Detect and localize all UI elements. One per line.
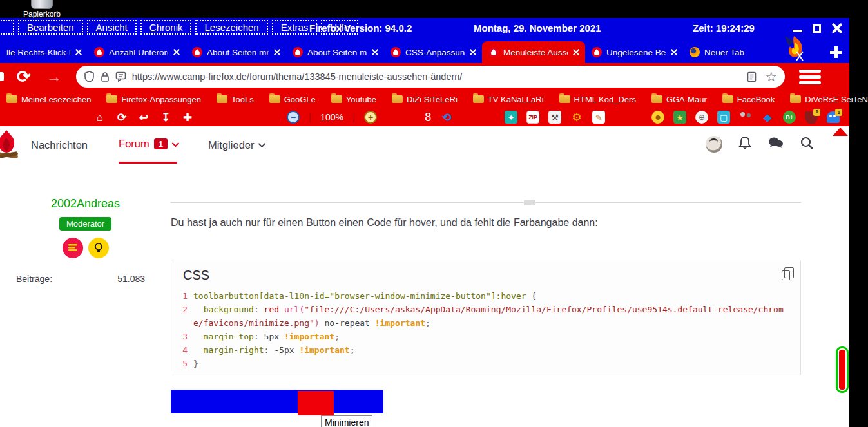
folder-icon — [331, 95, 342, 103]
post-body: Du hast ja auch nur für einen Button ein… — [171, 164, 801, 284]
add-icon[interactable]: ✚ — [181, 110, 194, 124]
divider-handle — [524, 200, 535, 205]
zoom-out-icon[interactable]: − — [287, 111, 300, 124]
forum-nav-mitglieder[interactable]: Mitglieder — [208, 126, 264, 164]
forward-icon[interactable]: → — [46, 69, 62, 84]
gear-icon[interactable]: ⚙ — [570, 110, 583, 124]
lock-icon[interactable] — [101, 71, 110, 82]
tab[interactable]: CSS-Anpassung od — [384, 41, 482, 63]
bookmark-folder[interactable]: GooGLe — [269, 95, 316, 104]
app-menu-icon[interactable] — [799, 70, 821, 84]
shield-icon[interactable] — [84, 71, 95, 82]
bookmark-label: TooLs — [231, 95, 254, 104]
red-minimize-button-demo — [298, 391, 334, 415]
copy-code-icon[interactable] — [782, 270, 790, 280]
date-label: Montag, 29. November 2021 — [474, 23, 601, 33]
back-curve-icon[interactable]: ↩ — [137, 110, 150, 124]
tab-close-icon[interactable] — [572, 48, 580, 56]
url-bar[interactable]: https://www.camp-firefox.de/forum/thema/… — [76, 66, 785, 88]
bookmark-folder[interactable]: DiVeRsE SeiTeN — [790, 95, 868, 104]
new-tab-button[interactable] — [830, 46, 842, 58]
post-author[interactable]: 2002Andreas — [0, 197, 171, 211]
reader-mode-icon[interactable] — [747, 71, 757, 82]
recycle-bin[interactable]: Papierkorb — [19, 0, 64, 19]
globe-icon[interactable]: ⊕ — [695, 111, 708, 124]
reload-icon[interactable]: ⟳ — [115, 110, 128, 124]
menu-lesezeichen[interactable]: Lesezeichen — [195, 20, 267, 35]
emoji-icon[interactable]: ☻ — [651, 111, 664, 124]
tab[interactable]: Ungelesene Beiträg — [585, 41, 683, 63]
tab[interactable]: About Seiten mit CS — [286, 41, 384, 63]
bookmark-folder[interactable]: FaceBook — [722, 95, 775, 104]
browser-window: BearbeitenAnsichtChronikLesezeichenExtra… — [0, 18, 849, 427]
scroll-top-arrow[interactable] — [833, 128, 848, 136]
shield-addon-icon[interactable]: 1 — [805, 111, 818, 124]
zip-icon[interactable]: ZIP — [526, 111, 539, 124]
chat-icon[interactable] — [767, 136, 784, 153]
reload-icon[interactable]: ⟳ — [17, 68, 31, 85]
bookmark-star-icon[interactable]: ★ — [673, 111, 686, 124]
notes-icon[interactable]: ✎ — [592, 111, 605, 124]
gem-icon[interactable]: ◆ — [761, 110, 774, 124]
tab[interactable]: Neuer Tab — [683, 41, 764, 63]
tab[interactable]: Anzahl Unterordner — [88, 41, 186, 63]
forum-header: NachrichtenForum1Mitglieder — [0, 126, 849, 164]
url-text[interactable]: https://www.camp-firefox.de/forum/thema/… — [132, 71, 741, 82]
zoom-in-icon[interactable]: + — [364, 111, 377, 124]
tab[interactable]: Menuleiste Ausseh — [482, 41, 585, 63]
tab-close-icon[interactable] — [469, 48, 477, 56]
tools-icon[interactable]: ⚒ — [548, 111, 561, 124]
bookmark-label: DiZi SiTeLeRi — [407, 95, 458, 104]
menu-bearbeiten[interactable]: Bearbeiten — [18, 20, 83, 35]
notifications-bell-icon[interactable] — [738, 135, 752, 153]
bookmark-folder[interactable]: HTML Kod_Ders — [559, 95, 636, 104]
home-icon[interactable]: ⌂ — [93, 110, 106, 124]
menu-item-fragment[interactable] — [0, 20, 14, 35]
maximize-button[interactable] — [813, 24, 821, 33]
molecule-icon[interactable] — [739, 110, 752, 124]
puzzle-icon[interactable]: ✦ — [505, 111, 517, 124]
previous-post-divider — [171, 202, 801, 203]
bookmark-folder[interactable]: TooLs — [217, 95, 254, 104]
tab[interactable]: lle Rechts-Klick-P — [0, 41, 88, 63]
tab-close-icon[interactable] — [75, 48, 82, 56]
bookmark-label: Youtube — [346, 95, 376, 104]
badge-count: 1 — [813, 109, 820, 116]
tab-close-icon[interactable] — [670, 48, 678, 56]
tab-close-icon[interactable] — [371, 48, 379, 56]
bookmark-folder[interactable]: DiZi SiTeLeRi — [392, 95, 458, 104]
custom-scrollbar-thumb[interactable] — [836, 346, 849, 393]
tab-close-icon[interactable] — [273, 48, 281, 56]
folder-icon — [217, 95, 227, 103]
bplus-icon[interactable]: B+ — [783, 111, 796, 124]
forum-nav-nachrichten[interactable]: Nachrichten — [31, 126, 88, 164]
bookmark-folder[interactable]: Youtube — [331, 95, 376, 104]
tab-close-icon[interactable] — [173, 48, 180, 56]
menu-ansicht[interactable]: Ansicht — [87, 20, 137, 35]
tab-title: Anzahl Unterordner — [109, 48, 168, 57]
permissions-icon[interactable] — [115, 71, 126, 82]
page-content: NachrichtenForum1Mitglieder — [0, 126, 849, 427]
bookmark-folder[interactable]: TV KaNaLLaRi — [473, 95, 544, 104]
recycle-bin-icon — [31, 0, 53, 9]
avatar[interactable] — [706, 136, 722, 153]
ghost-addon-icon[interactable]: 1 — [827, 111, 840, 123]
tab[interactable]: About Seiten mit CS — [186, 41, 286, 63]
time-label: Zeit: 19:24:29 — [693, 23, 755, 33]
bookmark-star-icon[interactable]: ☆ — [766, 69, 777, 84]
close-button[interactable] — [831, 23, 843, 34]
nav-label: Forum — [119, 138, 149, 150]
code-lines[interactable]: 1toolbarbutton[data-l10n-id="browser-win… — [171, 288, 800, 370]
menu-chronik[interactable]: Chronik — [140, 20, 192, 35]
search-icon[interactable] — [800, 136, 814, 153]
forum-nav-forum[interactable]: Forum1 — [119, 126, 177, 164]
back-button-fragment[interactable] — [0, 72, 4, 81]
bookmark-folder[interactable]: GGA-Maur — [651, 95, 707, 104]
sync-icon[interactable]: ⟲ — [440, 110, 453, 124]
campfire-logo[interactable] — [0, 129, 21, 162]
floppy-icon[interactable]: ▢ — [717, 111, 730, 124]
bookmark-folder[interactable]: MeineLesezeichen — [6, 95, 91, 104]
forum-header-icons — [706, 135, 814, 153]
download-icon[interactable]: ↧ — [159, 110, 172, 124]
bookmark-folder[interactable]: Firefox-Anpassungen — [106, 95, 201, 104]
